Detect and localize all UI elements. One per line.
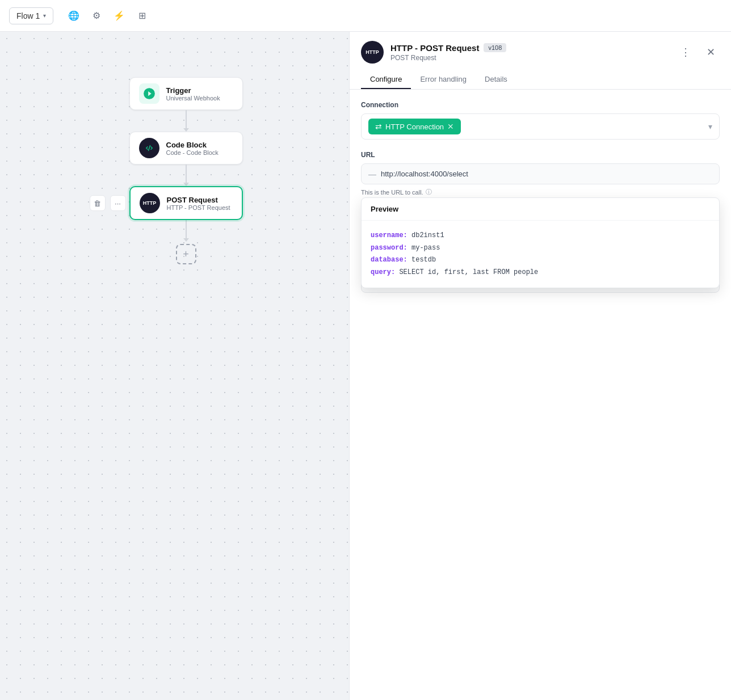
http-badge: HTTP [361,41,384,64]
chevron-down-icon: ▾ [43,12,46,19]
main-layout: Trigger Universal Webhook Code Bl [0,32,731,700]
add-node-btn[interactable]: + [176,244,196,264]
connection-label: Connection [361,101,720,109]
tab-details[interactable]: Details [476,70,516,89]
post-request-node[interactable]: HTTP POST Request HTTP - POST Request [129,186,243,220]
preview-header: Preview [362,198,719,221]
filter-icon[interactable]: ⚙ [87,7,106,25]
preview-body: username: db2inst1 password: my-pass dat… [362,221,719,288]
url-icon: — [368,170,376,179]
codeblock-icon [139,138,159,158]
trigger-icon [139,83,159,104]
top-bar-icons: 🌐 ⚙ ⚡ ⊞ [65,7,151,25]
preview-key-1: password: [371,244,407,252]
flow-nodes: Trigger Universal Webhook Code Bl [129,77,243,264]
more-options-icon[interactable]: ⋮ [677,43,695,61]
close-panel-btn[interactable]: ✕ [701,43,720,61]
url-hint: This is the URL to call. ⓘ [361,188,720,196]
connector-1 [186,110,187,128]
connector-3 [186,220,187,238]
preview-value-0: db2inst1 [411,231,444,239]
tab-error-handling[interactable]: Error handling [411,70,476,89]
post-request-icon: HTTP [140,193,160,213]
grid-icon[interactable]: ⊞ [133,7,151,25]
panel-subtitle: POST Request [390,54,506,62]
right-panel: HTTP HTTP - POST Request v108 POST Reque… [349,32,731,700]
preview-key-3: query: [371,268,395,276]
preview-row-2: database: testdb [371,254,710,267]
url-field: — [361,163,720,184]
post-request-node-info: POST Request HTTP - POST Request [167,196,230,211]
codeblock-node-sublabel: Code - Code Block [166,149,219,156]
preview-row-3: query: SELECT id, first, last FROM peopl… [371,267,710,279]
trigger-node-info: Trigger Universal Webhook [166,86,220,102]
post-request-wrapper: 🗑 ··· HTTP POST Request HTTP - POST Requ… [129,186,243,220]
arrow-3 [183,238,189,242]
preview-key-2: database: [371,256,407,264]
preview-value-3: SELECT id, first, last FROM people [399,268,538,276]
panel-header: HTTP HTTP - POST Request v108 POST Reque… [350,32,731,90]
panel-title-row: HTTP HTTP - POST Request v108 POST Reque… [361,41,720,64]
connection-remove-btn[interactable]: ✕ [447,122,454,131]
preview-key-0: username: [371,231,407,239]
globe-icon[interactable]: 🌐 [65,7,83,25]
preview-row-0: username: db2inst1 [371,230,710,242]
connector-2 [186,165,187,183]
flow-name: Flow 1 [16,11,40,20]
connection-dropdown[interactable]: ▾ [708,122,712,131]
codeblock-node[interactable]: Code Block Code - Code Block [129,132,243,165]
trigger-node[interactable]: Trigger Universal Webhook [129,77,243,110]
preview-popup: Preview username: db2inst1 password: my-… [361,197,720,288]
codeblock-node-label: Code Block [166,141,219,149]
trigger-node-label: Trigger [166,86,220,95]
panel-title: HTTP - POST Request [390,43,479,53]
preview-value-2: testdb [411,256,436,264]
trigger-node-wrapper: Trigger Universal Webhook [129,77,243,132]
preview-row-1: password: my-pass [371,242,710,255]
top-bar: Flow 1 ▾ 🌐 ⚙ ⚡ ⊞ [0,0,731,32]
trigger-node-sublabel: Universal Webhook [166,95,220,102]
panel-title-info: HTTP - POST Request v108 POST Request [390,43,506,62]
connection-name: HTTP Connection [385,123,444,131]
codeblock-node-wrapper: Code Block Code - Code Block [129,132,243,186]
url-input[interactable] [381,164,712,184]
url-section: URL — This is the URL to call. ⓘ [361,151,720,196]
panel-content: Connection ⇄ HTTP Connection ✕ ▾ URL — [350,90,731,700]
add-node-wrapper: + [176,220,196,264]
connection-section: Connection ⇄ HTTP Connection ✕ ▾ [361,101,720,140]
more-options-btn[interactable]: ··· [110,195,126,211]
preview-value-1: my-pass [411,244,440,252]
codeblock-node-info: Code Block Code - Code Block [166,141,219,156]
flow-selector[interactable]: Flow 1 ▾ [9,7,53,24]
post-request-sublabel: HTTP - POST Request [167,204,230,211]
version-badge: v108 [484,43,506,52]
url-label: URL [361,151,720,159]
connection-tag[interactable]: ⇄ HTTP Connection ✕ [368,119,461,134]
panel-tabs: Configure Error handling Details [361,70,720,89]
canvas-area: Trigger Universal Webhook Code Bl [0,32,349,700]
connection-field: ⇄ HTTP Connection ✕ ▾ [361,113,720,140]
tab-configure[interactable]: Configure [361,70,411,89]
post-request-label: POST Request [167,196,230,204]
settings-icon[interactable]: ⚡ [110,7,128,25]
hint-info-icon: ⓘ [426,188,432,196]
delete-node-btn[interactable]: 🗑 [90,195,106,211]
